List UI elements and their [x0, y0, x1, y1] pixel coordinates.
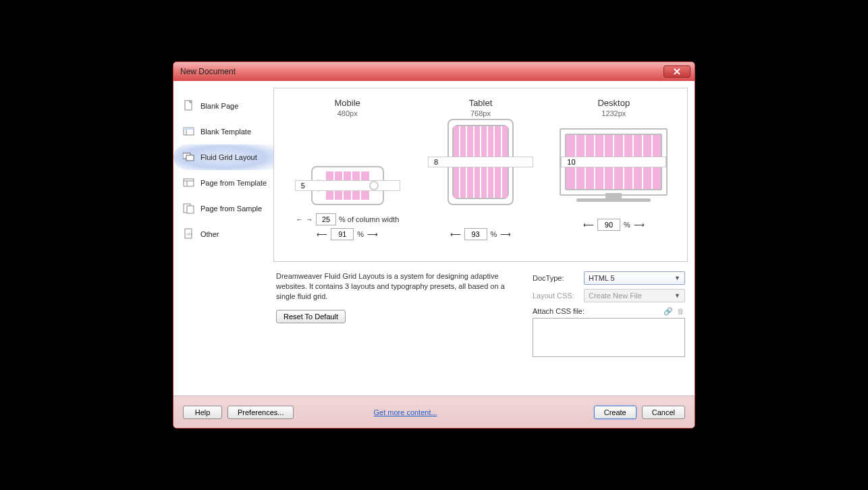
other-icon: </>	[183, 228, 195, 240]
svg-text:</>: </>	[186, 232, 192, 236]
desktop-graphic	[560, 124, 668, 205]
create-button[interactable]: Create	[594, 406, 636, 419]
pct-sign: %	[624, 221, 630, 229]
desktop-width-input[interactable]	[597, 219, 620, 231]
info-row: Dreamweaver Fluid Grid Layouts is a syst…	[273, 262, 688, 357]
form-column: DocType: HTML 5 ▼ Layout CSS: Create New…	[533, 271, 685, 357]
attach-css-label: Attach CSS file:	[533, 307, 585, 315]
from-sample-icon	[183, 202, 195, 215]
desktop-cols-input[interactable]	[561, 157, 666, 167]
arrow-right-end-icon: ⟶	[500, 230, 511, 239]
sidebar-item-label: Other	[200, 230, 219, 238]
svg-rect-2	[184, 128, 194, 130]
pct-label: % of column width	[339, 215, 399, 223]
from-template-icon	[183, 177, 195, 189]
pct-sign: %	[491, 230, 497, 238]
arrow-left-end-icon: ⟵	[583, 221, 594, 229]
svg-rect-6	[184, 179, 194, 186]
cancel-button[interactable]: Cancel	[642, 406, 685, 419]
sidebar: Blank Page Blank Template Fluid Grid Lay…	[173, 81, 273, 396]
mobile-width-input[interactable]	[331, 228, 354, 240]
device-mobile: Mobile 480px ← → %	[281, 98, 414, 254]
sidebar-item-label: Fluid Grid Layout	[200, 153, 257, 161]
svg-rect-5	[186, 155, 194, 161]
layoutcss-value: Create New File	[589, 292, 642, 300]
sidebar-item-other[interactable]: </> Other	[173, 221, 273, 247]
tablet-width-input[interactable]	[464, 228, 487, 240]
desktop-width-row: ⟵ % ⟶	[583, 219, 645, 231]
get-more-content-link[interactable]: Get more content...	[373, 408, 437, 416]
template-icon	[183, 126, 195, 138]
sidebar-item-fluid-grid[interactable]: Fluid Grid Layout	[173, 144, 273, 170]
dialog-title: New Document	[180, 67, 236, 76]
device-px: 1232px	[601, 109, 626, 117]
sidebar-item-label: Page from Sample	[200, 205, 262, 213]
tablet-width-row: ⟵ % ⟶	[450, 228, 512, 240]
chevron-down-icon: ▼	[674, 292, 680, 299]
doctype-row: DocType: HTML 5 ▼	[533, 271, 685, 285]
arrow-right-end-icon: ⟶	[367, 230, 378, 239]
sidebar-item-blank-template[interactable]: Blank Template	[173, 119, 273, 144]
device-px: 768px	[470, 109, 491, 117]
mobile-pct-input[interactable]	[316, 213, 336, 225]
main-panel: Mobile 480px ← → %	[273, 81, 695, 396]
dialog-body: Blank Page Blank Template Fluid Grid Lay…	[173, 81, 695, 396]
page-icon	[183, 100, 195, 112]
arrow-left-end-icon: ⟵	[317, 230, 327, 239]
grid-icon	[183, 151, 195, 163]
monitor-stand-icon	[576, 198, 651, 202]
preferences-button[interactable]: Preferences...	[227, 406, 294, 419]
sidebar-item-blank-page[interactable]: Blank Page	[173, 93, 273, 119]
close-button[interactable]	[663, 65, 690, 78]
sidebar-item-label: Blank Page	[200, 102, 238, 110]
svg-rect-10	[187, 206, 194, 213]
description-block: Dreamweaver Fluid Grid Layouts is a syst…	[276, 271, 519, 357]
mobile-cols-input[interactable]	[295, 180, 400, 191]
mobile-width-row: ⟵ % ⟶	[317, 228, 378, 240]
sidebar-item-page-from-template[interactable]: Page from Template	[173, 170, 273, 196]
reset-button[interactable]: Reset To Default	[276, 310, 346, 323]
arrow-right-end-icon: ⟶	[634, 221, 645, 229]
description-text: Dreamweaver Fluid Grid Layouts is a syst…	[276, 271, 519, 302]
chevron-down-icon: ▼	[674, 275, 680, 281]
close-icon	[674, 68, 680, 75]
layoutcss-label: Layout CSS:	[533, 292, 580, 300]
link-css-icon[interactable]: 🔗	[663, 306, 673, 316]
new-document-dialog: New Document Blank Page Blank Template F…	[173, 61, 695, 429]
preview-area: Mobile 480px ← → %	[273, 88, 688, 262]
device-title: Tablet	[469, 98, 493, 108]
pct-sign: %	[357, 230, 364, 238]
arrow-right-icon: →	[306, 215, 313, 223]
mobile-column-width-row: ← → % of column width	[296, 213, 399, 225]
device-px: 480px	[337, 109, 358, 117]
trash-icon: 🗑	[676, 306, 685, 316]
sidebar-item-page-from-sample[interactable]: Page from Sample	[173, 196, 273, 221]
device-desktop: Desktop 1232px ⟵	[547, 98, 680, 254]
arrow-left-icon: ←	[296, 215, 303, 223]
sidebar-item-label: Page from Template	[200, 179, 267, 187]
help-button[interactable]: Help	[183, 406, 222, 419]
sidebar-item-label: Blank Template	[200, 128, 251, 136]
dialog-footer: Help Preferences... Get more content... …	[173, 396, 695, 428]
doctype-label: DocType:	[533, 274, 580, 282]
device-title: Desktop	[597, 98, 630, 108]
mobile-graphic	[311, 124, 384, 205]
arrow-left-end-icon: ⟵	[450, 230, 461, 239]
attach-css-row: Attach CSS file: 🔗 🗑	[533, 306, 685, 316]
layoutcss-select: Create New File ▼	[584, 289, 685, 302]
tablet-graphic	[447, 124, 514, 205]
doctype-value: HTML 5	[589, 274, 615, 282]
device-tablet: Tablet 768px ⟵ %	[414, 98, 547, 254]
tablet-cols-input[interactable]	[428, 157, 533, 167]
layoutcss-row: Layout CSS: Create New File ▼	[533, 289, 685, 302]
device-title: Mobile	[335, 98, 360, 108]
attached-css-list[interactable]	[533, 318, 685, 357]
titlebar[interactable]: New Document	[173, 62, 695, 81]
doctype-select[interactable]: HTML 5 ▼	[584, 271, 685, 285]
